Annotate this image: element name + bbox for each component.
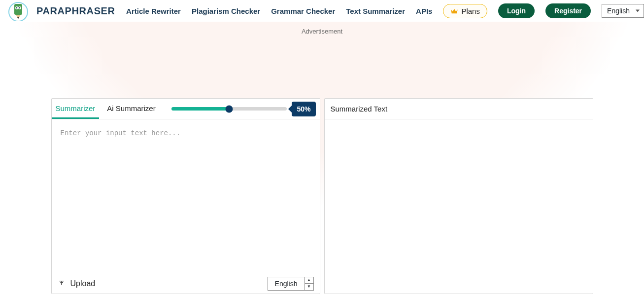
- advertisement-label: Advertisement: [0, 22, 644, 35]
- main-nav: Article Rewriter Plagiarism Checker Gram…: [126, 3, 644, 18]
- nav-grammar-checker[interactable]: Grammar Checker: [271, 7, 335, 15]
- header: PARAPHRASER Article Rewriter Plagiarism …: [0, 0, 644, 22]
- language-stepper: ▲ ▼: [305, 277, 313, 290]
- upload-icon: [58, 280, 66, 288]
- input-bottom-bar: Upload English ▲ ▼: [52, 273, 320, 294]
- svg-rect-1: [14, 4, 22, 15]
- nav-text-summarizer[interactable]: Text Summarizer: [346, 7, 405, 15]
- nav-apis[interactable]: APIs: [416, 7, 432, 15]
- tab-summarizer[interactable]: Summarizer: [52, 99, 100, 119]
- output-header: Summarized Text: [325, 99, 593, 119]
- plans-label: Plans: [461, 7, 480, 15]
- input-language-select[interactable]: English ▲ ▼: [268, 277, 314, 291]
- output-area: [325, 119, 593, 294]
- svg-marker-7: [17, 17, 19, 19]
- login-button[interactable]: Login: [498, 3, 535, 18]
- input-language-value: English: [268, 280, 305, 288]
- input-textarea[interactable]: [52, 119, 320, 273]
- output-panel: Summarized Text: [324, 98, 593, 294]
- slider-fill: [171, 107, 229, 111]
- site-language-select[interactable]: English: [602, 4, 644, 18]
- tool-container: Summarizer Ai Summarizer 50% Upload: [51, 98, 593, 294]
- svg-point-5: [19, 7, 21, 9]
- slider-track: [171, 107, 287, 111]
- language-step-up[interactable]: ▲: [305, 277, 313, 284]
- length-slider[interactable]: 50%: [164, 102, 316, 116]
- site-language-value: English: [607, 7, 630, 15]
- logo[interactable]: PARAPHRASER: [7, 1, 115, 21]
- logo-icon: [7, 1, 30, 21]
- brand-text: PARAPHRASER: [36, 5, 115, 17]
- nav-article-rewriter[interactable]: Article Rewriter: [126, 7, 181, 15]
- crown-icon: [450, 7, 458, 14]
- language-step-down[interactable]: ▼: [305, 284, 313, 290]
- plans-button[interactable]: Plans: [443, 4, 487, 18]
- input-panel: Summarizer Ai Summarizer 50% Upload: [51, 98, 320, 294]
- register-button[interactable]: Register: [545, 3, 591, 18]
- upload-button[interactable]: Upload: [58, 279, 96, 288]
- tabs-row: Summarizer Ai Summarizer 50%: [52, 99, 320, 119]
- upload-label: Upload: [70, 279, 96, 288]
- nav-plagiarism-checker[interactable]: Plagiarism Checker: [192, 7, 260, 15]
- slider-value-badge: 50%: [292, 102, 315, 116]
- svg-point-4: [16, 7, 18, 9]
- slider-thumb[interactable]: [226, 105, 233, 112]
- tab-ai-summarizer[interactable]: Ai Summarizer: [103, 99, 159, 119]
